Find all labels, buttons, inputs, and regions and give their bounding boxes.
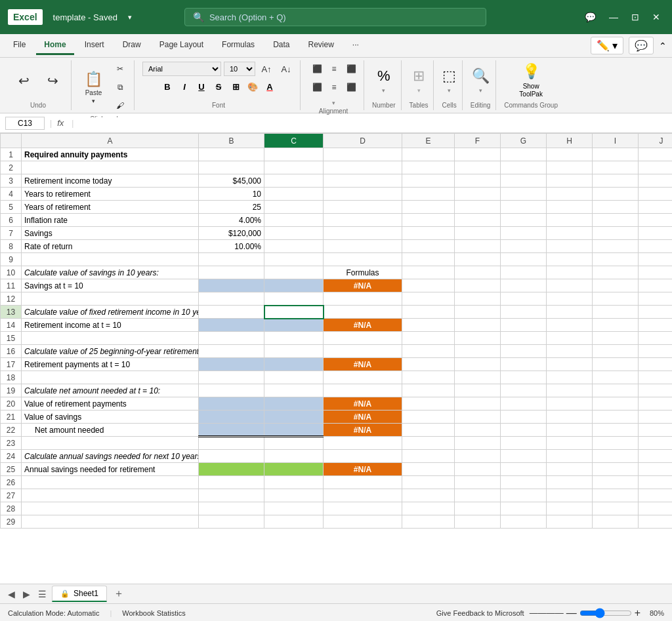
cell-J10[interactable]	[639, 266, 673, 279]
cell-D21[interactable]: #N/A	[324, 411, 402, 424]
cell-B14[interactable]	[199, 319, 264, 332]
cell-E16[interactable]	[402, 345, 455, 358]
cell-H4[interactable]	[547, 188, 593, 201]
row-header-15[interactable]: 15	[1, 332, 22, 345]
sheet-menu-icon[interactable]: ☰	[35, 589, 49, 599]
cell-G8[interactable]	[501, 240, 547, 253]
cell-D4[interactable]	[324, 188, 402, 201]
cell-F25[interactable]	[455, 463, 501, 476]
cell-G21[interactable]	[501, 411, 547, 424]
cell-I17[interactable]	[593, 358, 639, 371]
cell-E14[interactable]	[402, 319, 455, 332]
cell-G7[interactable]	[501, 227, 547, 240]
cell-H8[interactable]	[547, 240, 593, 253]
tab-formulas[interactable]: Formulas	[214, 36, 262, 55]
close-icon[interactable]: ✕	[648, 10, 664, 24]
cell-B26[interactable]	[199, 476, 264, 489]
cell-D2[interactable]	[324, 161, 402, 174]
col-header-F[interactable]: F	[455, 134, 501, 148]
cell-G6[interactable]	[501, 214, 547, 227]
cell-J15[interactable]	[639, 332, 673, 345]
cell-C10[interactable]	[264, 266, 324, 279]
cell-G13[interactable]	[501, 306, 547, 319]
cell-E29[interactable]	[402, 515, 455, 529]
cell-F9[interactable]	[455, 253, 501, 266]
cell-H2[interactable]	[547, 161, 593, 174]
cell-A22[interactable]: Net amount needed	[22, 424, 199, 437]
cell-A29[interactable]	[22, 515, 199, 529]
cell-A8[interactable]: Rate of return	[22, 240, 199, 253]
zoom-range-input[interactable]	[579, 608, 632, 618]
cell-D19[interactable]	[324, 384, 402, 397]
tab-page-layout[interactable]: Page Layout	[152, 36, 211, 55]
cell-J8[interactable]	[639, 240, 673, 253]
cell-C15[interactable]	[264, 332, 324, 345]
cell-D3[interactable]	[324, 174, 402, 188]
cell-F22[interactable]	[455, 424, 501, 437]
cell-H27[interactable]	[547, 489, 593, 502]
minimize-icon[interactable]: —	[605, 10, 622, 24]
cell-I12[interactable]	[593, 292, 639, 306]
cell-G5[interactable]	[501, 201, 547, 214]
cell-A14[interactable]: Retirement income at t = 10	[22, 319, 199, 332]
cell-J17[interactable]	[639, 358, 673, 371]
cell-C11[interactable]	[264, 279, 324, 292]
cell-A10[interactable]: Calculate value of savings in 10 years:	[22, 266, 199, 279]
cell-E18[interactable]	[402, 371, 455, 384]
row-header-17[interactable]: 17	[1, 358, 22, 371]
cell-A24[interactable]: Calculate annual savings needed for next…	[22, 450, 199, 463]
strikethrough-button[interactable]: S	[211, 79, 226, 94]
tab-file[interactable]: File	[5, 36, 33, 55]
cell-B15[interactable]	[199, 332, 264, 345]
cell-J12[interactable]	[639, 292, 673, 306]
cell-D13[interactable]	[324, 306, 402, 319]
row-header-14[interactable]: 14	[1, 319, 22, 332]
cell-B17[interactable]	[199, 358, 264, 371]
cell-C6[interactable]	[264, 214, 324, 227]
col-header-C[interactable]: C	[264, 134, 324, 148]
cell-C3[interactable]	[264, 174, 324, 188]
cell-C26[interactable]	[264, 476, 324, 489]
cell-B11[interactable]	[199, 279, 264, 292]
cell-H5[interactable]	[547, 201, 593, 214]
cell-D16[interactable]	[324, 345, 402, 358]
cell-F12[interactable]	[455, 292, 501, 306]
row-header-13[interactable]: 13	[1, 306, 22, 319]
cell-G10[interactable]	[501, 266, 547, 279]
cell-A4[interactable]: Years to retirement	[22, 188, 199, 201]
cell-G19[interactable]	[501, 384, 547, 397]
increase-font-button[interactable]: A↑	[258, 60, 275, 77]
cell-B23[interactable]	[199, 437, 264, 450]
cell-F10[interactable]	[455, 266, 501, 279]
cell-B2[interactable]	[199, 161, 264, 174]
sheet-nav-right[interactable]: ▶	[20, 589, 33, 599]
cell-C21[interactable]	[264, 411, 324, 424]
cell-J6[interactable]	[639, 214, 673, 227]
cell-D11[interactable]: #N/A	[324, 279, 402, 292]
cell-G25[interactable]	[501, 463, 547, 476]
cell-H17[interactable]	[547, 358, 593, 371]
cell-D14[interactable]: #N/A	[324, 319, 402, 332]
cell-J11[interactable]	[639, 279, 673, 292]
add-sheet-button[interactable]: ＋	[110, 587, 128, 601]
formula-input[interactable]	[79, 117, 667, 129]
cell-B18[interactable]	[199, 371, 264, 384]
cell-A9[interactable]	[22, 253, 199, 266]
cell-E2[interactable]	[402, 161, 455, 174]
cell-H19[interactable]	[547, 384, 593, 397]
cell-E26[interactable]	[402, 476, 455, 489]
row-header-16[interactable]: 16	[1, 345, 22, 358]
cell-G18[interactable]	[501, 371, 547, 384]
cell-F1[interactable]	[455, 148, 501, 161]
row-header-20[interactable]: 20	[1, 397, 22, 411]
cell-B24[interactable]	[199, 450, 264, 463]
cell-F23[interactable]	[455, 437, 501, 450]
cell-A27[interactable]	[22, 489, 199, 502]
cell-E27[interactable]	[402, 489, 455, 502]
title-dropdown-icon[interactable]: ▾	[128, 13, 132, 22]
cell-H29[interactable]	[547, 515, 593, 529]
cell-I10[interactable]	[593, 266, 639, 279]
cell-H15[interactable]	[547, 332, 593, 345]
cell-B6[interactable]: 4.00%	[199, 214, 264, 227]
row-header-1[interactable]: 1	[1, 148, 22, 161]
